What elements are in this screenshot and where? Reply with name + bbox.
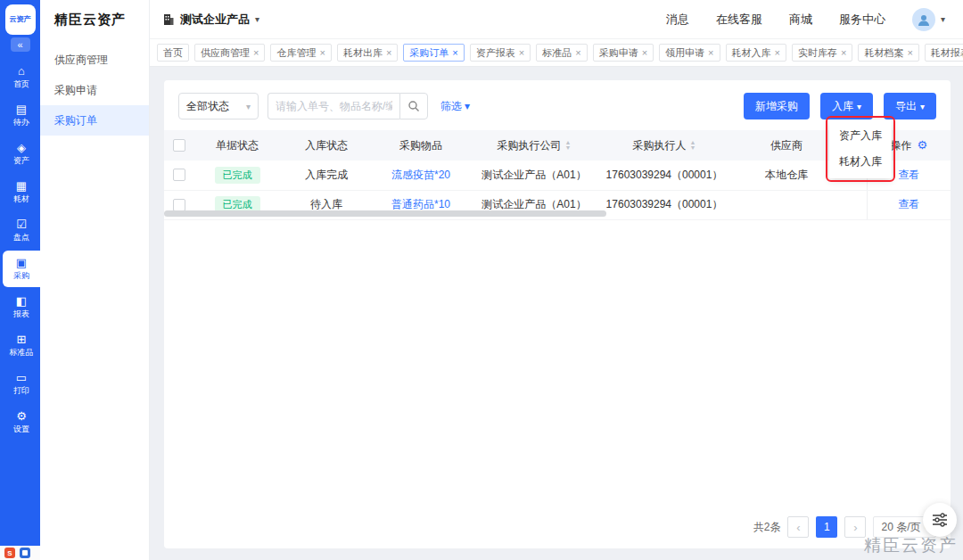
purchase-item-link[interactable]: 流感疫苗*20	[391, 169, 450, 181]
tab-close-icon[interactable]: ×	[575, 47, 580, 58]
tab-close-icon[interactable]: ×	[708, 47, 713, 58]
taskbar-window-icon[interactable]	[20, 548, 30, 558]
tab-supplier-management[interactable]: 供应商管理×	[194, 44, 265, 62]
search-group	[268, 93, 428, 119]
print-icon: ▭	[16, 372, 27, 384]
inventory-icon: ☑	[16, 218, 27, 231]
search-button[interactable]	[399, 93, 428, 119]
tab-label: 采购申请	[599, 46, 638, 60]
col-executing-company[interactable]: 采购执行公司▲▼	[469, 130, 599, 161]
tab-realtime-stock[interactable]: 实时库存×	[792, 44, 852, 62]
nav-online-service[interactable]: 在线客服	[716, 12, 762, 28]
col-inbound-status: 入库状态	[280, 130, 373, 161]
tab-requisition-request[interactable]: 领用申请×	[659, 44, 720, 62]
avatar[interactable]	[912, 8, 935, 31]
tab-close-icon[interactable]: ×	[907, 47, 912, 58]
page-size-value: 20 条/页	[881, 520, 920, 535]
tab-asset-report[interactable]: 资产报表×	[470, 44, 531, 62]
tab-consumable-archive[interactable]: 耗材档案×	[858, 44, 918, 62]
tab-home[interactable]: 首页	[157, 44, 189, 62]
sidebar-item-supplier-management[interactable]: 供应商管理	[40, 45, 149, 75]
sidebar-item-purchase-request[interactable]: 采购申请	[40, 75, 149, 105]
tab-close-icon[interactable]: ×	[319, 47, 325, 58]
total-count: 共2条	[753, 520, 781, 535]
tab-consumable-inbound[interactable]: 耗材入库×	[726, 44, 786, 62]
column-settings-gear-icon[interactable]: ⚙	[917, 138, 927, 152]
tab-purchase-order[interactable]: 采购订单×	[403, 44, 464, 62]
inbound-dropdown-menu: 资产入库 耗材入库	[829, 119, 892, 178]
user-menu[interactable]: ▾	[912, 8, 945, 31]
nav-mall[interactable]: 商城	[789, 12, 812, 28]
view-link[interactable]: 查看	[898, 169, 919, 181]
view-link[interactable]: 查看	[898, 198, 919, 210]
rail-item-print[interactable]: ▭ 打印	[3, 366, 40, 402]
menu-item-consumable-inbound[interactable]: 耗材入库	[829, 149, 892, 175]
tab-close-icon[interactable]: ×	[642, 47, 647, 58]
menu-item-asset-inbound[interactable]: 资产入库	[829, 123, 892, 149]
app-logo[interactable]: 云资产	[5, 4, 36, 35]
supplier-cell: 本地仓库	[729, 161, 844, 190]
watermark: 精臣云资产	[864, 534, 958, 557]
nav-messages[interactable]: 消息	[666, 12, 689, 28]
quick-settings-fab[interactable]	[923, 503, 957, 537]
tab-close-icon[interactable]: ×	[253, 47, 259, 58]
rail-item-label: 采购	[13, 270, 29, 282]
sort-icon[interactable]: ▲▼	[565, 140, 572, 151]
rail-item-settings[interactable]: ⚙ 设置	[3, 404, 40, 441]
row-checkbox[interactable]	[173, 199, 185, 211]
rail-item-todo[interactable]: ▤ 待办	[3, 97, 40, 134]
rail-item-inventory[interactable]: ☑ 盘点	[3, 212, 40, 249]
purchase-item-link[interactable]: 普通药品*10	[391, 198, 450, 210]
current-page[interactable]: 1	[816, 516, 837, 538]
rail-item-label: 资产	[13, 155, 29, 167]
collapse-sidebar-button[interactable]: «	[11, 37, 30, 52]
status-filter-select[interactable]: 全部状态 ▾	[178, 93, 259, 119]
nav-service-center[interactable]: 服务中心	[839, 12, 885, 28]
spacer-cell	[844, 190, 867, 219]
export-button[interactable]: 导出▾	[884, 93, 936, 119]
tab-close-icon[interactable]: ×	[386, 47, 391, 58]
tab-label: 耗材入库	[732, 46, 771, 60]
tab-close-icon[interactable]: ×	[519, 47, 524, 58]
rail-item-standard[interactable]: ⊞ 标准品	[3, 327, 40, 364]
tab-close-icon[interactable]: ×	[775, 47, 780, 58]
prev-page-button[interactable]: ‹	[787, 516, 809, 538]
next-page-button[interactable]: ›	[844, 516, 866, 538]
sidebar-item-purchase-order[interactable]: 采购订单	[40, 105, 149, 136]
button-label: 入库	[832, 99, 853, 114]
inbound-button[interactable]: 入库▾	[820, 93, 873, 119]
select-all-checkbox[interactable]	[173, 139, 185, 152]
rail-item-purchase[interactable]: ▣ 采购	[3, 251, 40, 287]
tab-close-icon[interactable]: ×	[841, 47, 846, 58]
sort-icon[interactable]: ▲▼	[690, 140, 696, 151]
search-input[interactable]	[268, 93, 399, 119]
add-purchase-button[interactable]: 新增采购	[744, 93, 810, 119]
button-label: 导出	[895, 99, 917, 114]
rail-item-assets[interactable]: ◈ 资产	[3, 136, 40, 172]
search-icon	[407, 100, 420, 112]
building-icon	[162, 13, 175, 26]
tab-warehouse-management[interactable]: 仓库管理×	[270, 44, 331, 62]
chevron-down-icon: ▾	[255, 14, 259, 24]
rail-item-home[interactable]: ⌂ 首页	[3, 59, 40, 95]
tab-standard-item[interactable]: 标准品×	[536, 44, 587, 62]
inbound-status-cell: 入库完成	[280, 161, 373, 190]
rail-item-reports[interactable]: ◧ 报表	[3, 289, 40, 325]
tab-label: 领用申请	[665, 46, 704, 60]
row-checkbox[interactable]	[173, 169, 185, 181]
company-switcher[interactable]: 测试企业产品 ▾	[162, 12, 259, 28]
horizontal-scrollbar[interactable]	[164, 210, 606, 217]
taskbar-app-icon[interactable]: S	[4, 548, 15, 558]
tab-close-icon[interactable]: ×	[452, 47, 457, 58]
report-icon: ◧	[16, 295, 27, 308]
tab-purchase-request[interactable]: 采购申请×	[593, 44, 654, 62]
tab-consumable-outbound[interactable]: 耗材出库×	[337, 44, 398, 62]
rail-item-consumables[interactable]: ▦ 耗材	[3, 174, 40, 210]
tab-consumable-report[interactable]: 耗材报表×	[925, 44, 963, 62]
chevron-down-icon: ▾	[857, 102, 861, 111]
rail-item-label: 设置	[13, 424, 29, 435]
toolbar-actions: 新增采购 入库▾ 导出▾	[744, 93, 936, 119]
advanced-filter-link[interactable]: 筛选 ▾	[440, 99, 470, 114]
col-executor[interactable]: 采购执行人▲▼	[599, 130, 729, 161]
status-filter-value: 全部状态	[186, 99, 229, 114]
